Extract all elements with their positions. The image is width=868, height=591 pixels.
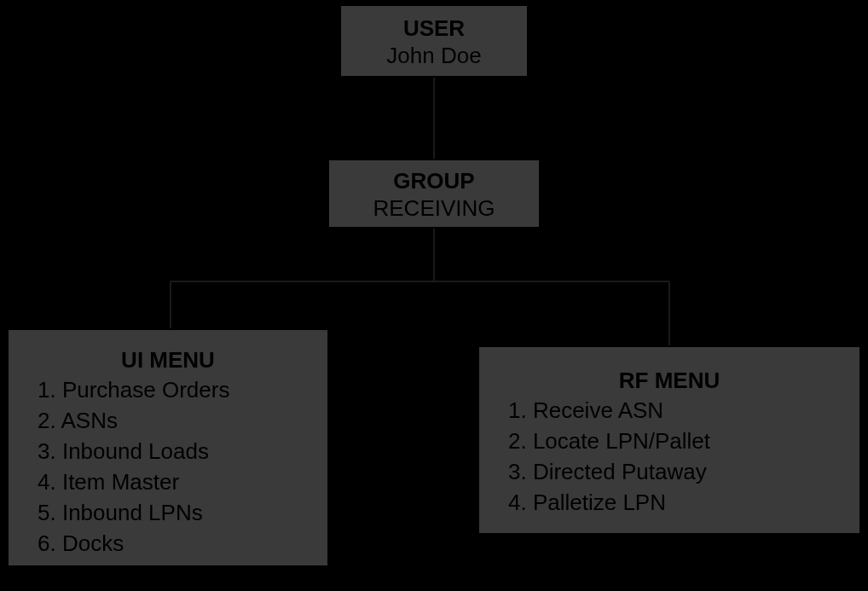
menu-item: 3. Directed Putaway xyxy=(508,456,859,487)
ui-menu-list: 1. Purchase Orders2. ASNs3. Inbound Load… xyxy=(9,374,327,559)
group-box-value: RECEIVING xyxy=(329,194,539,222)
rf-menu-box: RF MENU 1. Receive ASN2. Locate LPN/Pall… xyxy=(477,345,861,535)
menu-item: 2. ASNs xyxy=(38,405,327,436)
ui-menu-title: UI MENU xyxy=(9,345,327,374)
rf-menu-title: RF MENU xyxy=(479,366,859,395)
menu-item: 4. Palletize LPN xyxy=(508,487,859,518)
menu-item: 1. Receive ASN xyxy=(508,395,859,426)
menu-item: 2. Locate LPN/Pallet xyxy=(508,426,859,456)
menu-item: 3. Inbound Loads xyxy=(38,436,327,466)
ui-menu-box: UI MENU 1. Purchase Orders2. ASNs3. Inbo… xyxy=(7,328,329,567)
group-box-title: GROUP xyxy=(329,167,539,194)
menu-item: 5. Inbound LPNs xyxy=(38,497,327,528)
menu-item: 4. Item Master xyxy=(38,466,327,497)
user-box-title: USER xyxy=(341,14,527,42)
menu-item: 1. Purchase Orders xyxy=(38,374,327,405)
group-box: GROUP RECEIVING xyxy=(327,159,541,229)
menu-item: 6. Docks xyxy=(38,528,327,559)
rf-menu-list: 1. Receive ASN2. Locate LPN/Pallet3. Dir… xyxy=(479,395,859,518)
user-box-value: John Doe xyxy=(341,42,527,69)
user-box: USER John Doe xyxy=(339,4,529,78)
